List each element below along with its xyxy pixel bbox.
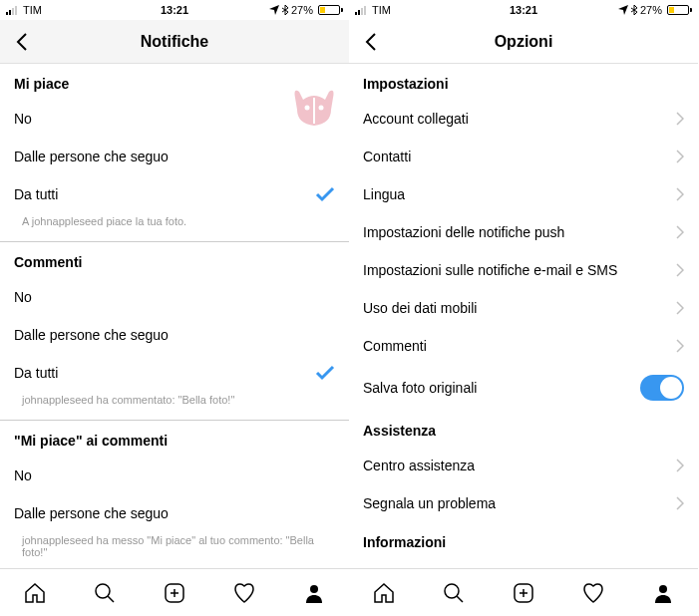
chevron-right-icon bbox=[676, 225, 684, 239]
settings-row-linked-accounts[interactable]: Account collegati bbox=[349, 100, 698, 138]
chevron-right-icon bbox=[676, 187, 684, 201]
tab-home[interactable] bbox=[13, 571, 57, 615]
chevron-left-icon bbox=[365, 32, 377, 52]
row-label: Contatti bbox=[363, 149, 676, 164]
add-icon bbox=[163, 581, 186, 605]
status-time: 13:21 bbox=[510, 4, 537, 16]
row-label: Centro assistenza bbox=[363, 458, 676, 473]
signal-icon bbox=[6, 5, 20, 15]
settings-row-comments[interactable]: Commenti bbox=[349, 327, 698, 365]
home-icon bbox=[372, 581, 396, 605]
status-time: 13:21 bbox=[161, 4, 188, 16]
tab-activity[interactable] bbox=[222, 571, 266, 615]
status-bar: TIM 13:21 27% bbox=[0, 0, 349, 20]
row-label: Segnala un problema bbox=[363, 495, 676, 511]
check-icon bbox=[315, 186, 335, 202]
search-icon bbox=[442, 581, 466, 605]
section-comments-header: Commenti bbox=[0, 242, 349, 278]
svg-line-18 bbox=[457, 596, 463, 602]
tab-bar bbox=[349, 568, 698, 616]
person-icon bbox=[302, 581, 326, 605]
svg-point-12 bbox=[310, 585, 318, 593]
option-row[interactable]: Da tutti bbox=[0, 175, 349, 213]
page-title: Opzioni bbox=[495, 33, 553, 51]
home-icon bbox=[23, 581, 47, 605]
tab-search[interactable] bbox=[83, 571, 127, 615]
row-label: Commenti bbox=[363, 338, 676, 354]
battery-percent: 27% bbox=[291, 4, 313, 16]
carrier-label: TIM bbox=[23, 4, 42, 16]
tab-add[interactable] bbox=[153, 571, 196, 615]
phone-notifications: TIM 13:21 27% Notifiche Mi piace No Dall… bbox=[0, 0, 349, 616]
toggle-save-originals[interactable] bbox=[640, 375, 684, 401]
chevron-right-icon bbox=[676, 496, 684, 510]
nav-bar: Opzioni bbox=[349, 20, 698, 64]
section-comment-likes-header: "Mi piace" ai commenti bbox=[0, 421, 349, 457]
heart-icon bbox=[232, 581, 256, 605]
options-content[interactable]: Impostazioni Account collegati Contatti … bbox=[349, 64, 698, 568]
option-label: No bbox=[14, 467, 335, 483]
settings-row-contacts[interactable]: Contatti bbox=[349, 138, 698, 175]
group-assistance-header: Assistenza bbox=[349, 411, 698, 447]
settings-row-language[interactable]: Lingua bbox=[349, 175, 698, 213]
option-row[interactable]: Da tutti bbox=[0, 354, 349, 392]
bluetooth-icon bbox=[282, 5, 288, 15]
tab-search[interactable] bbox=[432, 571, 476, 615]
location-icon bbox=[269, 5, 279, 15]
svg-rect-0 bbox=[6, 12, 8, 15]
svg-rect-1 bbox=[9, 10, 11, 15]
option-label: Dalle persone che seguo bbox=[14, 505, 335, 521]
row-label: Account collegati bbox=[363, 111, 676, 127]
option-row[interactable]: No bbox=[0, 457, 349, 494]
chevron-right-icon bbox=[676, 150, 684, 163]
option-label: Da tutti bbox=[14, 186, 315, 202]
chevron-right-icon bbox=[676, 263, 684, 277]
option-row[interactable]: Dalle persone che seguo bbox=[0, 316, 349, 354]
svg-rect-2 bbox=[12, 8, 14, 15]
svg-point-22 bbox=[659, 585, 667, 593]
group-settings-header: Impostazioni bbox=[349, 64, 698, 100]
svg-rect-13 bbox=[355, 12, 357, 15]
back-button[interactable] bbox=[349, 32, 393, 52]
option-row[interactable]: Dalle persone che seguo bbox=[0, 494, 349, 532]
settings-row-mobile-data[interactable]: Uso dei dati mobili bbox=[349, 289, 698, 327]
battery-icon bbox=[316, 5, 343, 15]
location-icon bbox=[618, 5, 628, 15]
notifications-content[interactable]: Mi piace No Dalle persone che seguo Da t… bbox=[0, 64, 349, 568]
chevron-right-icon bbox=[676, 301, 684, 315]
settings-row-report-problem[interactable]: Segnala un problema bbox=[349, 484, 698, 522]
phone-options: TIM 13:21 27% Opzioni Impostazioni Accou… bbox=[349, 0, 698, 616]
svg-rect-14 bbox=[358, 10, 360, 15]
option-label: No bbox=[14, 111, 335, 127]
section-hint: johnappleseed ha messo "Mi piace" al tuo… bbox=[0, 532, 349, 568]
search-icon bbox=[93, 581, 117, 605]
person-icon bbox=[651, 581, 675, 605]
tab-profile[interactable] bbox=[641, 571, 685, 615]
option-row[interactable]: Dalle persone che seguo bbox=[0, 138, 349, 175]
settings-row-push[interactable]: Impostazioni delle notifiche push bbox=[349, 213, 698, 251]
svg-rect-16 bbox=[364, 6, 366, 15]
row-label: Uso dei dati mobili bbox=[363, 300, 676, 316]
tab-add[interactable] bbox=[502, 571, 545, 615]
chevron-right-icon bbox=[676, 339, 684, 353]
tab-home[interactable] bbox=[362, 571, 406, 615]
nav-bar: Notifiche bbox=[0, 20, 349, 64]
option-row[interactable]: No bbox=[0, 278, 349, 316]
row-label: Impostazioni sulle notifiche e-mail e SM… bbox=[363, 262, 676, 278]
section-hint: johnappleseed ha commentato: "Bella foto… bbox=[0, 392, 349, 416]
option-label: Da tutti bbox=[14, 365, 315, 381]
tab-profile[interactable] bbox=[292, 571, 336, 615]
heart-icon bbox=[581, 581, 605, 605]
tab-bar bbox=[0, 568, 349, 616]
tab-activity[interactable] bbox=[571, 571, 615, 615]
svg-point-7 bbox=[96, 584, 110, 598]
svg-point-17 bbox=[445, 584, 459, 598]
settings-row-email-sms[interactable]: Impostazioni sulle notifiche e-mail e SM… bbox=[349, 251, 698, 289]
battery-icon bbox=[665, 5, 692, 15]
option-row[interactable]: No bbox=[0, 100, 349, 138]
settings-row-help-center[interactable]: Centro assistenza bbox=[349, 447, 698, 484]
carrier-label: TIM bbox=[372, 4, 391, 16]
option-label: Dalle persone che seguo bbox=[14, 327, 335, 343]
back-button[interactable] bbox=[0, 32, 44, 52]
group-info-header: Informazioni bbox=[349, 522, 698, 558]
